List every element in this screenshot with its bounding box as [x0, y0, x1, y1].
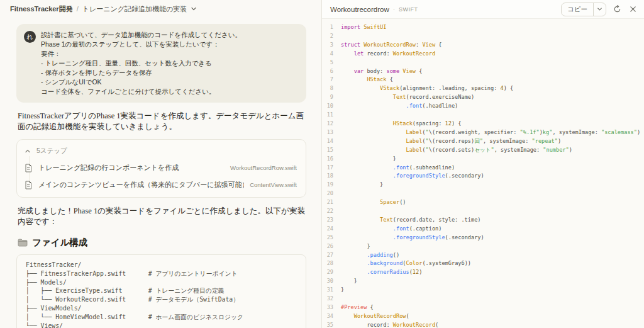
file-tree-line: │ ├── ExerciseType.swift # トレーニング種目の定義	[26, 286, 297, 295]
artifact-actions: コピー	[561, 3, 638, 16]
assistant-done-text: 完成しました！Phase 1の実装コードをファイルごとに作成しました。以下が実装…	[18, 206, 305, 227]
code-line: 11	[322, 111, 644, 120]
step-item[interactable]: トレーニング記録の行コンポーネントを作成 WorkoutRecordRow.sw…	[25, 159, 297, 176]
steps-list: トレーニング記録の行コンポーネントを作成 WorkoutRecordRow.sw…	[25, 159, 297, 193]
step-label: トレーニング記録の行コンポーネントを作成	[38, 163, 225, 172]
code-line: 4 let record: WorkoutRecord	[322, 50, 644, 59]
code-line: 30 }	[322, 277, 644, 286]
step-filename: WorkoutRecordRow.swift	[230, 164, 297, 171]
code-line: 9 Text(record.exerciseName)	[322, 93, 644, 102]
code-line: 1import SwiftUI	[322, 23, 644, 32]
title-separator: ·	[393, 6, 395, 13]
code-line: 28 .background(Color(.systemGray6))	[322, 259, 644, 268]
copy-split-button: コピー	[561, 3, 606, 16]
artifact-header: Workoutrecordrow · SWIFT コピー	[322, 0, 644, 19]
code-line: 32	[322, 295, 644, 303]
conversation-panel: FitnessTracker開発 / トレーニング記録追加機能の実装 れ 設計書…	[0, 0, 322, 328]
assistant-intro-text: FitnessTrackerアプリのPhase 1実装コードを作成します。データ…	[18, 111, 305, 132]
steps-header[interactable]: 5ステップ	[25, 145, 297, 159]
file-tree-line: ├── Models/	[26, 278, 297, 287]
breadcrumb-project: FitnessTracker開発	[10, 4, 73, 14]
code-line: 14 Label("\(record.reps)回", systemImage:…	[322, 137, 644, 146]
code-line: 7 HStack {	[322, 76, 644, 84]
code-line: 27 .padding()	[322, 251, 644, 260]
code-line: 2	[322, 32, 644, 41]
code-line: 8 VStack(alignment: .leading, spacing: 4…	[322, 84, 644, 93]
file-structure-heading: ファイル構成	[18, 237, 305, 249]
file-tree-line: │ └── HomeViewModel.swift # ホーム画面のビジネスロジ…	[26, 313, 297, 322]
code-line: 12 HStack(spacing: 12) {	[322, 120, 644, 128]
code-line: 34 WorkoutRecordRow(	[322, 312, 644, 321]
code-line: 15 Label("\(record.sets)セット", systemImag…	[322, 146, 644, 155]
code-line: 16 }	[322, 155, 644, 164]
code-line: 26 }	[322, 242, 644, 251]
code-line: 23 Text(record.date, style: .time)	[322, 216, 644, 225]
breadcrumb-separator: /	[77, 5, 79, 13]
file-tree-line: FitnessTracker/	[26, 261, 297, 269]
code-line: 6 var body: some View {	[322, 67, 644, 76]
user-message: れ 設計書に基づいて、データ追加機能のコードを作成してください。 Phase 1…	[16, 24, 306, 103]
chevron-down-icon[interactable]	[191, 6, 197, 12]
chat-scroll-area[interactable]: れ 設計書に基づいて、データ追加機能のコードを作成してください。 Phase 1…	[0, 18, 321, 328]
code-line: 31}	[322, 286, 644, 295]
file-tree-line: └── Views/	[26, 322, 297, 328]
document-icon	[25, 164, 33, 172]
file-tree-line: │ └── WorkoutRecord.swift # データモデル（Swift…	[26, 295, 297, 304]
step-label: メインのコンテンツビューを作成（将来的にタブバーに拡張可能）	[38, 180, 244, 189]
code-line: 21 Spacer()	[322, 198, 644, 207]
code-lines: 1import SwiftUI2 3struct WorkoutRecordRo…	[322, 23, 644, 328]
code-line: 35 record: WorkoutRecord(	[322, 321, 644, 328]
language-badge: SWIFT	[399, 6, 418, 13]
code-line: 24 .font(.caption)	[322, 225, 644, 234]
document-icon	[25, 181, 33, 189]
step-filename: ContentView.swift	[250, 181, 297, 188]
code-line: 18 .foregroundStyle(.secondary)	[322, 172, 644, 181]
copy-button[interactable]: コピー	[562, 3, 593, 16]
user-message-text: 設計書に基づいて、データ追加機能のコードを作成してください。 Phase 1の最…	[41, 30, 242, 96]
artifact-title: Workoutrecordrow	[330, 6, 389, 13]
code-line: 10 .font(.headline)	[322, 102, 644, 111]
file-tree-line: ├── FitnessTrackerApp.swift # アプリのエントリーポ…	[26, 269, 297, 278]
folder-icon	[18, 239, 28, 247]
code-viewer[interactable]: 1import SwiftUI2 3struct WorkoutRecordRo…	[322, 19, 644, 328]
code-line: 17 .font(.subheadline)	[322, 164, 644, 172]
file-tree-block: FitnessTracker/├── FitnessTrackerApp.swi…	[16, 254, 306, 328]
code-line: 3struct WorkoutRecordRow: View {	[322, 41, 644, 50]
code-line: 13 Label("\(record.weight, specifier: "%…	[322, 128, 644, 137]
steps-card: 5ステップ トレーニング記録の行コンポーネントを作成 WorkoutRecord…	[16, 139, 306, 198]
breadcrumb[interactable]: FitnessTracker開発 / トレーニング記録追加機能の実装	[0, 0, 321, 18]
code-line: 20	[322, 189, 644, 198]
code-line: 29 .cornerRadius(12)	[322, 268, 644, 277]
file-tree-line: ├── ViewModels/	[26, 304, 297, 313]
breadcrumb-page-title: トレーニング記録追加機能の実装	[82, 4, 187, 14]
code-line: 22	[322, 207, 644, 216]
code-line: 19 }	[322, 181, 644, 189]
file-tree: FitnessTracker/├── FitnessTrackerApp.swi…	[26, 261, 297, 328]
code-line: 5	[322, 59, 644, 67]
code-line: 25 .foregroundStyle(.secondary)	[322, 234, 644, 242]
code-line: 33#Preview {	[322, 303, 644, 312]
copy-options-chevron-icon[interactable]	[593, 3, 606, 16]
step-item[interactable]: メインのコンテンツビューを作成（将来的にタブバーに拡張可能） ContentVi…	[25, 176, 297, 193]
steps-count-label: 5ステップ	[36, 147, 67, 156]
user-avatar: れ	[24, 31, 36, 43]
chevron-up-icon	[25, 148, 31, 154]
artifact-panel: Workoutrecordrow · SWIFT コピー 1import Swi…	[322, 0, 644, 328]
file-structure-title: ファイル構成	[32, 237, 87, 249]
close-icon[interactable]	[628, 4, 638, 14]
refresh-icon[interactable]	[612, 4, 622, 14]
